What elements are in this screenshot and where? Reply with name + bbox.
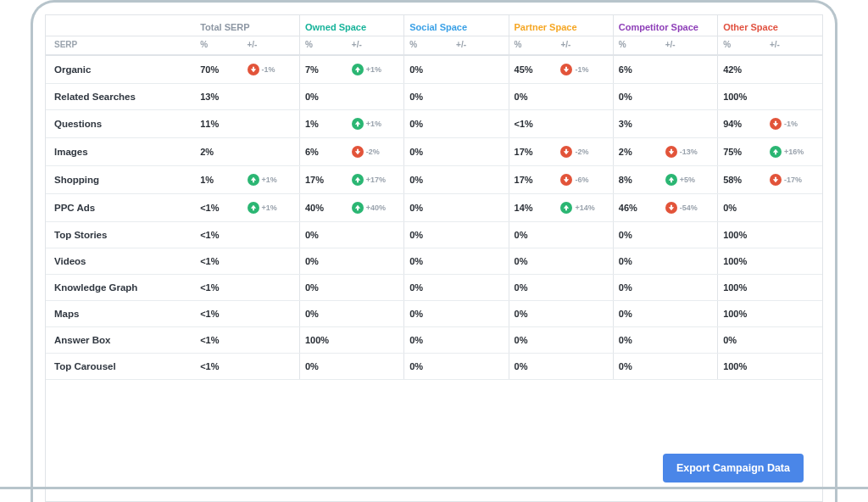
- cell-delta: [765, 275, 822, 301]
- cell-delta: [347, 354, 404, 380]
- cell-pct: <1%: [195, 248, 242, 275]
- cell-pct: 6%: [299, 138, 346, 166]
- cell-pct: 3%: [613, 110, 659, 138]
- cell-pct: 40%: [299, 194, 346, 222]
- cell-pct: 17%: [299, 166, 346, 194]
- cell-delta: [242, 327, 300, 354]
- cell-pct: 58%: [718, 166, 765, 194]
- cell-delta: [242, 354, 300, 380]
- cell-delta: -54%: [660, 194, 718, 222]
- cell-delta: +1%: [347, 110, 404, 138]
- cell-pct: 7%: [299, 55, 346, 84]
- cell-delta: [347, 301, 404, 327]
- cell-pct: 0%: [613, 222, 659, 248]
- arrow-up-icon: [248, 202, 259, 214]
- cell-delta: [347, 327, 404, 354]
- row-label: Answer Box: [46, 327, 195, 354]
- cell-pct: 0%: [509, 248, 555, 275]
- cell-delta: -1%: [765, 110, 822, 138]
- cell-pct: 0%: [613, 84, 659, 110]
- cell-pct: <1%: [509, 110, 555, 138]
- cell-pct: 0%: [404, 84, 451, 110]
- table-row: Images2%6%-2%0%17%-2%2%-13%75%+16%: [46, 138, 822, 166]
- cell-delta: [660, 354, 718, 380]
- cell-delta: [347, 84, 404, 110]
- table-body: Organic70%-1%7%+1%0%45%-1%6%42%Related S…: [46, 55, 822, 380]
- cell-delta: [765, 248, 822, 275]
- arrow-up-icon: [560, 202, 572, 214]
- cell-pct: 0%: [613, 275, 659, 301]
- cell-pct: 0%: [404, 222, 451, 248]
- row-label: Related Searches: [46, 84, 195, 110]
- cell-pct: 8%: [613, 166, 659, 194]
- cell-pct: 14%: [509, 194, 555, 222]
- serp-space-table: Total SERPOwned SpaceSocial SpacePartner…: [46, 15, 822, 380]
- cell-delta: [347, 248, 404, 275]
- cell-pct: 0%: [299, 222, 346, 248]
- arrow-up-icon: [352, 202, 364, 214]
- cell-delta: -13%: [660, 138, 718, 166]
- cell-delta: [765, 327, 822, 354]
- row-label: Questions: [46, 110, 195, 138]
- cell-pct: 0%: [404, 55, 451, 84]
- cell-pct: 0%: [404, 110, 451, 138]
- cell-pct: 0%: [404, 194, 451, 222]
- cell-pct: 0%: [613, 354, 659, 380]
- cell-pct: 100%: [718, 275, 765, 301]
- cell-pct: 0%: [509, 327, 555, 354]
- cell-pct: 0%: [404, 327, 451, 354]
- table-row: Top Stories<1%0%0%0%0%100%: [46, 222, 822, 248]
- cell-delta: [451, 327, 509, 354]
- column-header-partner: Partner Space: [509, 15, 613, 36]
- cell-delta: [451, 194, 509, 222]
- row-label: Shopping: [46, 166, 195, 194]
- cell-delta: +14%: [555, 194, 613, 222]
- cell-pct: 0%: [613, 248, 659, 275]
- cell-pct: 42%: [718, 55, 765, 84]
- cell-pct: 6%: [613, 55, 659, 84]
- cell-delta: [660, 301, 718, 327]
- cell-delta: [451, 55, 509, 84]
- arrow-up-icon: [352, 174, 364, 186]
- cell-delta: [242, 275, 300, 301]
- cell-delta: [242, 222, 300, 248]
- cell-delta: [660, 55, 718, 84]
- cell-delta: [555, 248, 613, 275]
- arrow-down-icon: [560, 174, 572, 186]
- table-row: Maps<1%0%0%0%0%100%: [46, 301, 822, 327]
- table-row: Knowledge Graph<1%0%0%0%0%100%: [46, 275, 822, 301]
- cell-delta: [451, 248, 509, 275]
- export-button[interactable]: Export Campaign Data: [663, 454, 804, 482]
- cell-delta: [242, 301, 300, 327]
- cell-pct: 100%: [718, 301, 765, 327]
- cell-pct: <1%: [195, 301, 242, 327]
- cell-delta: -1%: [242, 55, 300, 84]
- arrow-down-icon: [560, 64, 572, 75]
- cell-delta: +40%: [347, 194, 404, 222]
- cell-delta: [451, 354, 509, 380]
- cell-pct: 11%: [195, 110, 242, 138]
- cell-pct: <1%: [195, 194, 242, 222]
- table-header: Total SERPOwned SpaceSocial SpacePartner…: [46, 15, 822, 55]
- column-header-competitor: Competitor Space: [613, 15, 717, 36]
- cell-pct: 0%: [509, 275, 555, 301]
- cell-pct: 100%: [718, 84, 765, 110]
- subheader-serp: SERP: [46, 36, 195, 56]
- cell-delta: -6%: [555, 166, 613, 194]
- row-label: Videos: [46, 248, 195, 275]
- laptop-base: [0, 487, 868, 502]
- cell-delta: -17%: [765, 166, 822, 194]
- table-row: Answer Box<1%100%0%0%0%0%: [46, 327, 822, 354]
- cell-delta: +5%: [660, 166, 718, 194]
- cell-pct: 0%: [404, 275, 451, 301]
- cell-pct: 0%: [404, 166, 451, 194]
- table-row: Top Carousel<1%0%0%0%0%100%: [46, 354, 822, 380]
- cell-pct: 94%: [718, 110, 765, 138]
- cell-delta: [451, 301, 509, 327]
- arrow-up-icon: [248, 174, 259, 186]
- arrow-down-icon: [560, 146, 572, 158]
- cell-delta: [555, 84, 613, 110]
- cell-delta: [660, 110, 718, 138]
- cell-delta: [242, 248, 300, 275]
- cell-delta: [660, 327, 718, 354]
